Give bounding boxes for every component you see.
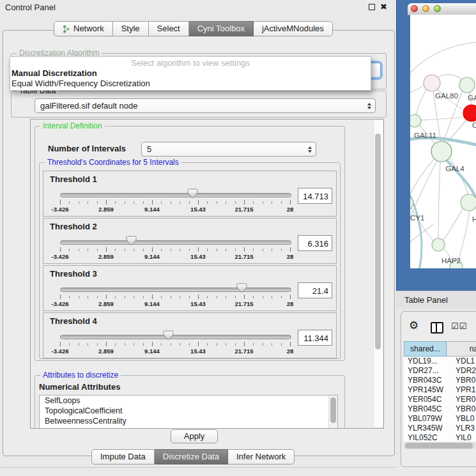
column-header-name[interactable]: na (447, 341, 476, 357)
network-node[interactable] (461, 194, 476, 211)
list-scrollbar[interactable] (328, 395, 337, 429)
threshold-label: Threshold 4 (50, 316, 97, 326)
network-edge[interactable] (410, 158, 434, 199)
dropdown-option-manual[interactable]: Manual Discretization (10, 68, 371, 79)
table-hscrollbar[interactable] (404, 442, 476, 449)
network-icon (63, 25, 70, 33)
table-row[interactable]: YLR345WYLR3 (404, 424, 476, 433)
table-row[interactable]: YBR043CYBR0 (404, 376, 476, 385)
table-row[interactable]: YER054CYER0 (404, 395, 476, 404)
network-edge[interactable] (436, 75, 464, 81)
tab-cyni-toolbox[interactable]: Cyni Toolbox (189, 21, 254, 36)
slider-tick (217, 201, 217, 204)
slider-thumb[interactable] (126, 236, 137, 247)
slider-thumb[interactable] (236, 283, 247, 294)
num-intervals-combobox[interactable]: 5 (141, 142, 316, 157)
network-edge[interactable] (410, 42, 476, 77)
tab-discretize-data[interactable]: Discretize Data (155, 449, 228, 464)
slider-tick (281, 343, 282, 346)
table-data-combobox[interactable]: galFiltered.sif default node (35, 98, 376, 113)
slider-tick (253, 201, 254, 204)
network-window-titlebar[interactable] (408, 3, 476, 15)
table-row[interactable]: YIL052CYIL0 (404, 433, 476, 441)
pane-scrollbar[interactable] (373, 120, 383, 427)
table-row[interactable]: YDR27...YDR2 (404, 366, 476, 376)
gear-icon[interactable]: ⚙ (409, 320, 418, 331)
tab-select[interactable]: Select (149, 21, 189, 36)
combobox-value: galFiltered.sif default node (40, 99, 375, 112)
slider-tick (125, 249, 125, 251)
network-canvas[interactable]: GAL80GACGAL11GAL4GCY1HHAP2 (410, 15, 476, 268)
slider-tick (235, 249, 236, 251)
network-node[interactable] (431, 141, 452, 162)
slider-tick (207, 201, 208, 204)
network-edge[interactable] (416, 88, 427, 115)
dropdown-option-equal-width[interactable]: Equal Width/Frequency Discretization (10, 79, 371, 89)
threshold-slider-track[interactable] (60, 193, 291, 197)
tab-style[interactable]: Style (113, 21, 149, 36)
window-close-button[interactable] (411, 5, 418, 12)
table-row[interactable]: YBR045CYBR0 (404, 404, 476, 414)
slider-tick-label: -3.426 (41, 253, 79, 260)
network-edge[interactable] (443, 208, 463, 240)
table-body[interactable]: YDL19...YDL1YDR27...YDR2YBR043CYBR0YPR14… (404, 357, 476, 441)
slider-tick-label: 21.715 (225, 206, 263, 213)
attribute-list-item[interactable]: BetweennessCentrality (40, 416, 337, 426)
apply-button[interactable]: Apply (171, 429, 218, 443)
network-edge[interactable] (438, 162, 440, 238)
list-scrollbar-thumb[interactable] (330, 397, 336, 423)
numerical-attributes-list[interactable]: SelfLoopsTopologicalCoefficientBetweenne… (39, 395, 338, 429)
table-hscrollbar-thumb[interactable] (405, 443, 473, 449)
cell-shared-name: YLR345W (404, 424, 452, 433)
network-node-label: GAL11 (414, 132, 436, 139)
slider-thumb[interactable] (163, 330, 174, 341)
network-edge[interactable] (458, 211, 470, 261)
slider-tick (253, 249, 254, 251)
table-panel-card: ⚙ ☑☑ shared... na YDL19...YDL1YDR27...YD… (401, 311, 476, 467)
tab-infer-network[interactable]: Infer Network (228, 449, 295, 464)
network-node-label: HAP2 (441, 257, 461, 265)
threshold-slider-track[interactable] (60, 335, 291, 339)
float-window-icon[interactable] (369, 4, 375, 10)
table-row[interactable]: YDL19...YDL1 (404, 357, 476, 366)
network-node[interactable] (463, 105, 476, 121)
network-edge[interactable] (420, 117, 465, 120)
threshold-value-field[interactable]: 21.4 (298, 282, 332, 298)
checkbox-icons[interactable]: ☑☑ (451, 321, 467, 331)
slider-tick (152, 200, 153, 204)
threshold-slider-track[interactable] (60, 240, 291, 245)
threshold-value-field[interactable]: 14.713 (298, 188, 332, 204)
network-node[interactable] (410, 197, 413, 210)
slider-tick (115, 296, 116, 298)
slider-tick (143, 201, 144, 204)
slider-tick (290, 342, 291, 346)
network-node[interactable] (459, 77, 475, 93)
slider-thumb[interactable] (187, 188, 198, 199)
close-icon[interactable]: ✖ (380, 2, 387, 12)
table-row[interactable]: YPR145WYPR1 (404, 385, 476, 395)
network-node[interactable] (424, 75, 440, 91)
tab-network[interactable]: Network (54, 21, 113, 36)
attribute-list-item[interactable]: SelfLoops (40, 395, 337, 406)
tab-impute-data[interactable]: Impute Data (91, 449, 155, 464)
threshold-label: Threshold 1 (50, 174, 97, 184)
group-title: Threshold's Coordinates for 5 Intervals (45, 158, 181, 167)
table-row[interactable]: YBL079WYBL0 (404, 414, 476, 424)
threshold-value-field[interactable]: 6.316 (298, 235, 332, 251)
cell-name: YDL1 (452, 357, 476, 366)
pane-scrollbar-thumb[interactable] (375, 134, 381, 349)
network-node[interactable] (410, 114, 421, 127)
network-node[interactable] (432, 238, 445, 251)
tab-jactivemnodules[interactable]: jActiveMNodules (254, 21, 333, 36)
window-minimize-button[interactable] (422, 5, 429, 12)
network-window-frame[interactable]: GAL80GACGAL11GAL4GCY1HHAP2 (396, 0, 476, 291)
slider-tick (88, 343, 88, 346)
split-view-icon[interactable] (431, 322, 443, 334)
column-header-shared[interactable]: shared... (404, 341, 447, 357)
threshold-value-field[interactable]: 11.344 (298, 330, 332, 346)
threshold-slider-track[interactable] (60, 288, 291, 292)
network-edge[interactable] (411, 208, 434, 242)
window-zoom-button[interactable] (434, 5, 441, 12)
attribute-list-item[interactable]: TopologicalCoefficient (40, 406, 337, 416)
slider-tick (79, 249, 79, 251)
